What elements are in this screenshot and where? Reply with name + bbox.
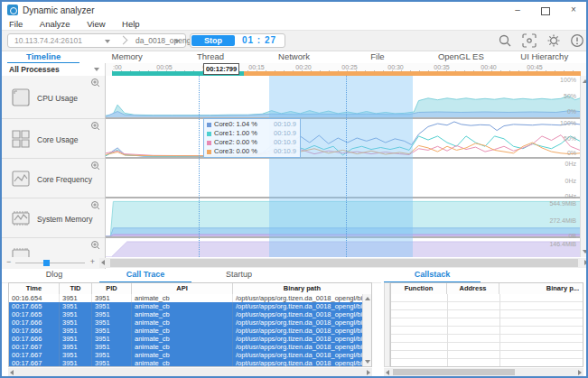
tab-file[interactable]: File (336, 50, 419, 63)
table-row[interactable]: 00:17.66639513951animate_cb/opt/usr/apps… (9, 335, 362, 343)
col-address[interactable]: Address (447, 283, 499, 294)
tab-call-trace[interactable]: Call Trace (99, 270, 191, 283)
axis-label: 0% (567, 108, 576, 115)
tab-startup[interactable]: Startup (191, 270, 286, 281)
cell-time: 00:17.665 (9, 310, 60, 318)
chart-vertical-scrollbar[interactable] (580, 76, 588, 257)
scroll-down-icon[interactable] (365, 360, 370, 364)
row-system-memory[interactable]: System Memory (2, 198, 105, 238)
scroll-left-icon[interactable] (101, 260, 105, 265)
col-binary-path[interactable]: Binary p... (499, 283, 583, 294)
tooltip-label: Core2: 0.00 % (214, 138, 257, 147)
scroll-left-icon[interactable] (10, 370, 14, 375)
tab-opengl-es[interactable]: OpenGL ES (419, 50, 502, 63)
tab-memory[interactable]: Memory (85, 50, 168, 63)
col-time[interactable]: Time (9, 283, 60, 294)
table-row[interactable]: 00:17.66539513951animate_cb/opt/usr/apps… (9, 310, 362, 318)
table-row[interactable]: 00:17.66639513951animate_cb/opt/usr/apps… (9, 318, 362, 327)
scroll-down-icon[interactable] (583, 250, 588, 254)
zoom-in-icon[interactable] (90, 200, 101, 211)
chart-horizontal-scrollbar[interactable] (99, 258, 580, 268)
cell-time: 00:17.667 (9, 343, 60, 351)
settings-gear-icon[interactable] (546, 33, 561, 48)
menu-analyze[interactable]: Analyze (33, 18, 78, 29)
process-filter-dropdown[interactable]: All Processes (2, 63, 106, 77)
tab-ui-hierarchy[interactable]: UI Hierarchy (503, 50, 586, 63)
table-row[interactable]: 00:17.66739513951animate_cb/opt/usr/apps… (9, 343, 362, 351)
timeline-chart-canvas[interactable]: 100% 50% 0% 100% 50% 0% 0Hz 0Hz 0Hz 544.… (106, 76, 580, 257)
chevron-down-icon[interactable] (105, 40, 110, 43)
row-cpu-usage[interactable]: CPU Usage (2, 76, 105, 119)
col-function[interactable]: Function (391, 283, 447, 294)
search-icon[interactable] (498, 33, 512, 48)
col-api[interactable]: API (132, 283, 233, 294)
tab-thread[interactable]: Thread (169, 50, 252, 63)
series-bullet (207, 150, 211, 154)
stop-button[interactable]: Stop (191, 35, 235, 46)
cell-tid: 3951 (60, 302, 92, 310)
screenshot-icon[interactable] (522, 33, 537, 48)
table-row[interactable]: 00:17.66739513951animate_cb/opt/usr/apps… (9, 359, 362, 366)
slider-track[interactable] (15, 263, 85, 263)
zoom-out-label[interactable]: − (6, 257, 11, 266)
ruler-tick: :00 (113, 64, 122, 70)
table-vertical-scrollbar[interactable] (362, 294, 371, 366)
cell-pid: 3951 (92, 359, 132, 366)
row-process-memory[interactable] (2, 238, 105, 257)
selection-region[interactable] (269, 76, 413, 257)
slider-thumb[interactable] (43, 260, 50, 266)
scroll-right-button[interactable] (580, 258, 588, 268)
cell-api: animate_cb (132, 359, 233, 366)
time-marker-label[interactable]: 00:12:799 (203, 63, 239, 75)
row-label: System Memory (37, 215, 92, 224)
zoom-in-icon[interactable] (90, 161, 101, 171)
zoom-in-icon[interactable] (90, 121, 101, 132)
scrollbar-thumb[interactable] (393, 369, 515, 375)
zoom-in-icon[interactable] (90, 78, 101, 88)
chevron-down-icon[interactable] (174, 40, 180, 43)
table-horizontal-scrollbar[interactable] (8, 368, 372, 376)
cell-pid: 3951 (92, 302, 132, 310)
scrollbar-thumb[interactable] (110, 259, 578, 267)
scroll-up-icon[interactable] (365, 297, 370, 300)
tab-timeline[interactable]: Timeline (2, 50, 85, 63)
cell-time: 00:17.666 (9, 335, 60, 343)
table-row[interactable]: 00:17.66639513951animate_cb/opt/usr/apps… (9, 327, 362, 335)
menu-help[interactable]: Help (115, 18, 147, 29)
minimize-button[interactable]: – (512, 5, 523, 15)
scroll-left-icon[interactable] (386, 370, 389, 375)
menu-file[interactable]: File (2, 18, 30, 29)
marker-line (199, 76, 200, 257)
row-core-frequency[interactable]: Core Frequency (2, 159, 105, 198)
menu-bar: File Analyze View Help (2, 18, 586, 30)
app-window: Dynamic analyzer – × File Analyze View H… (0, 0, 588, 378)
menu-view[interactable]: View (79, 18, 112, 29)
tooltip-time: 00:10.9 (274, 129, 296, 138)
table-row[interactable]: 00:17.66739513951animate_cb/opt/usr/apps… (9, 351, 362, 359)
scroll-right-icon[interactable] (367, 370, 370, 375)
callstack-horizontal-scrollbar[interactable] (384, 368, 583, 376)
tab-callstack[interactable]: Callstack (384, 270, 481, 283)
close-button[interactable]: × (568, 5, 579, 15)
tooltip-label: Core0: 1.04 % (214, 120, 257, 129)
zoom-in-icon[interactable] (90, 240, 101, 251)
table-row[interactable]: 00:16.65439513951animate_cb/opt/usr/apps… (9, 294, 362, 302)
maximize-button[interactable] (541, 7, 550, 15)
device-dropdown[interactable]: 10.113.74.24:26101 (14, 36, 82, 45)
scroll-up-icon[interactable] (583, 79, 588, 83)
col-pid[interactable]: PID (92, 283, 132, 294)
tab-network[interactable]: Network (252, 50, 335, 63)
row-core-usage[interactable]: Core Usage (2, 119, 105, 159)
table-row[interactable]: 00:17.66539513951animate_cb/opt/usr/apps… (9, 302, 362, 310)
chevron-down-icon (94, 68, 99, 71)
scroll-right-icon[interactable] (578, 370, 582, 375)
col-tid[interactable]: TID (60, 283, 92, 294)
col-binary-path[interactable]: Binary path (233, 283, 371, 294)
info-icon[interactable] (570, 33, 584, 48)
zoom-in-label[interactable]: + (90, 257, 95, 266)
tab-dlog[interactable]: Dlog (9, 270, 99, 281)
app-dropdown[interactable]: da_0018_opengl (135, 36, 192, 45)
callstack-vertical-scrollbar[interactable] (384, 282, 390, 367)
zoom-slider[interactable]: − + (2, 257, 106, 269)
time-ruler[interactable]: :00 00:05 00:10 00:15 00:20 00:25 00:30 … (106, 63, 586, 77)
